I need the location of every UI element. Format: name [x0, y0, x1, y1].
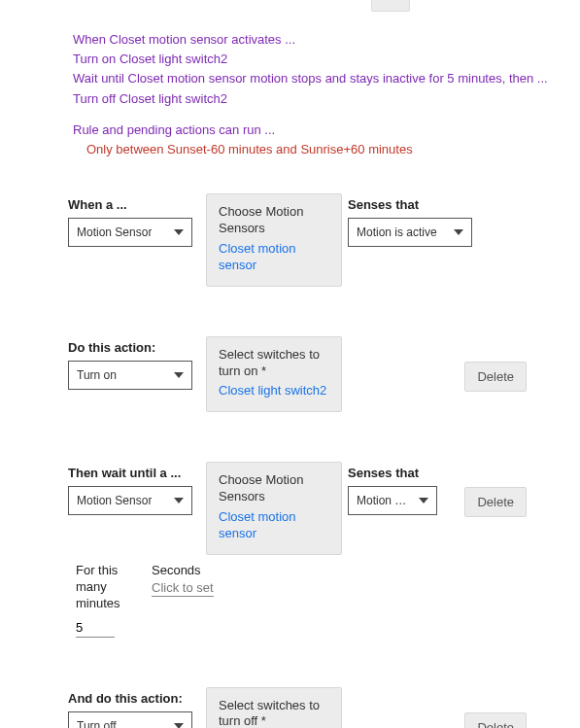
dropdown-caret-icon — [454, 229, 463, 235]
action-type-select[interactable]: Turn off — [68, 711, 192, 728]
seconds-label: Seconds — [152, 563, 214, 577]
dropdown-caret-icon — [174, 229, 184, 235]
select-value: Turn off — [77, 712, 117, 728]
action-off-section: And do this action: Turn off Select swit… — [68, 691, 580, 728]
seconds-input[interactable]: Click to set — [152, 580, 214, 597]
top-partial-button — [371, 0, 410, 12]
wait-senses-select[interactable]: Motion h… — [348, 486, 437, 515]
select-value: Turn on — [77, 362, 117, 389]
dropdown-caret-icon — [419, 498, 428, 503]
dropdown-caret-icon — [174, 498, 184, 503]
wait-device-card[interactable]: Choose Motion Sensors Closet motion sens… — [206, 462, 342, 555]
delete-button[interactable]: Delete — [464, 712, 527, 728]
summary-line: Turn on Closet light switch2 — [73, 51, 580, 68]
action-device-card[interactable]: Select switches to turn on * Closet ligh… — [206, 336, 342, 413]
dropdown-caret-icon — [174, 372, 184, 378]
card-title: Select switches to turn off * — [219, 698, 329, 728]
trigger-type-select[interactable]: Motion Sensor — [68, 218, 192, 247]
card-title: Choose Motion Sensors — [219, 472, 329, 505]
card-device-link[interactable]: Closet motion sensor — [219, 241, 329, 274]
card-title: Choose Motion Sensors — [219, 204, 329, 237]
rule-summary: When Closet motion sensor activates ... … — [73, 31, 580, 158]
action-on-section: Do this action: Turn on Select switches … — [68, 340, 580, 413]
card-device-link[interactable]: Closet motion sensor — [219, 509, 329, 542]
select-value: Motion Sensor — [77, 487, 152, 514]
trigger-section: When a ... Motion Sensor Choose Motion S… — [68, 197, 580, 287]
summary-condition-title: Rule and pending actions can run ... — [73, 121, 580, 139]
delete-button[interactable]: Delete — [464, 362, 527, 392]
select-value: Motion h… — [357, 487, 413, 514]
card-title: Select switches to turn on * — [219, 347, 329, 380]
summary-line: When Closet motion sensor activates ... — [73, 31, 580, 49]
dropdown-caret-icon — [174, 723, 184, 728]
wait-section: Then wait until a ... Motion Sensor Choo… — [68, 466, 580, 555]
senses-label: Senses that — [348, 197, 484, 212]
wait-type-select[interactable]: Motion Sensor — [68, 486, 192, 515]
action-type-select[interactable]: Turn on — [68, 361, 192, 390]
card-device-link[interactable]: Closet light switch2 — [219, 383, 329, 399]
trigger-device-card[interactable]: Choose Motion Sensors Closet motion sens… — [206, 193, 342, 287]
duration-row: For this many minutes Seconds Click to s… — [76, 563, 580, 638]
select-value: Motion Sensor — [77, 219, 152, 246]
summary-line: Wait until Closet motion sensor motion s… — [73, 70, 580, 87]
action-label: And do this action: — [68, 691, 206, 706]
trigger-label: When a ... — [68, 197, 206, 212]
delete-button[interactable]: Delete — [464, 487, 527, 517]
action-device-card[interactable]: Select switches to turn off * Closet lig… — [206, 687, 342, 728]
senses-select[interactable]: Motion is active — [348, 218, 472, 247]
minutes-input[interactable] — [76, 618, 115, 638]
wait-label: Then wait until a ... — [68, 466, 206, 480]
summary-line: Turn off Closet light switch2 — [73, 90, 580, 108]
select-value: Motion is active — [357, 219, 437, 246]
summary-condition-detail: Only between Sunset-60 minutes and Sunri… — [86, 141, 580, 158]
minutes-label: For this many minutes — [76, 563, 146, 612]
action-label: Do this action: — [68, 340, 206, 355]
senses-label: Senses that — [348, 466, 484, 480]
